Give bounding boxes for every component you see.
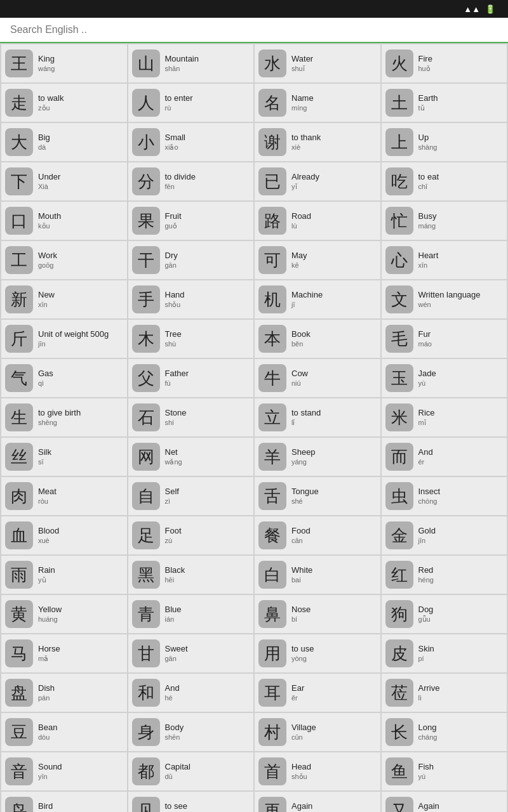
list-item[interactable]: 再Againzài	[255, 792, 380, 812]
list-item[interactable]: 大Bigdà	[1, 123, 127, 161]
pinyin-label: yīn	[38, 772, 62, 781]
list-item[interactable]: 本Bookběn	[255, 320, 380, 358]
english-label: Village	[291, 723, 316, 733]
list-item[interactable]: 首Headshǒu	[255, 752, 380, 790]
list-item[interactable]: 舌Tongueshé	[255, 477, 380, 515]
list-item[interactable]: 分to dividefēn	[128, 162, 254, 200]
list-item[interactable]: 米Ricemǐ	[382, 398, 507, 436]
list-item[interactable]: 水Watershuǐ	[255, 44, 380, 82]
list-item[interactable]: 金Goldjīn	[382, 516, 507, 554]
chinese-character: 米	[385, 403, 413, 431]
search-input[interactable]	[10, 24, 498, 36]
list-item[interactable]: 工Workgoōg	[1, 241, 127, 279]
list-item[interactable]: 身Bodyshēn	[128, 713, 254, 751]
list-item[interactable]: 耳Earěr	[255, 674, 380, 712]
list-item[interactable]: 机Machinejī	[255, 280, 380, 318]
list-item[interactable]: 父Fatherfù	[128, 359, 254, 397]
list-item[interactable]: 狗Doggǖu	[382, 595, 507, 633]
list-item[interactable]: 名Namemíng	[255, 84, 380, 122]
list-item[interactable]: 山Mountainshān	[128, 44, 254, 82]
list-item[interactable]: 走to walkzǒu	[1, 84, 127, 122]
list-item[interactable]: 肉Meatròu	[1, 477, 127, 515]
list-item[interactable]: 干Drygān	[128, 241, 254, 279]
list-item[interactable]: 木Treeshù	[128, 320, 254, 358]
list-item[interactable]: 和Andhé	[128, 674, 254, 712]
list-item[interactable]: 路Roadlù	[255, 202, 380, 240]
list-item[interactable]: 人to enterrù	[128, 84, 254, 122]
list-item[interactable]: 皮Skinpí	[382, 634, 507, 672]
list-item[interactable]: 鱼Fishyú	[382, 752, 507, 790]
list-item[interactable]: 白Whitebai	[255, 556, 380, 594]
list-item[interactable]: 莅Arrivelì	[382, 674, 507, 712]
list-item[interactable]: 石Stoneshí	[128, 398, 254, 436]
list-item[interactable]: 土Earthtǔ	[382, 84, 507, 122]
list-item[interactable]: 都Capitaldū	[128, 752, 254, 790]
list-item[interactable]: 谢to thankxiè	[255, 123, 380, 161]
english-label: Black	[165, 565, 185, 575]
list-item[interactable]: 玉Jadeyù	[382, 359, 507, 397]
english-label: Ear	[291, 683, 304, 693]
list-item[interactable]: 口Mouthkǒu	[1, 202, 127, 240]
list-item[interactable]: 血Bloodxuè	[1, 516, 127, 554]
chinese-character: 玉	[385, 364, 413, 392]
list-item[interactable]: 用to useyòng	[255, 634, 380, 672]
list-item[interactable]: 斤Unit of weight 500gjīn	[1, 320, 127, 358]
list-item[interactable]: 黄Yellowhuáng	[1, 595, 127, 633]
chinese-character: 丝	[5, 443, 33, 471]
list-item[interactable]: 音Soundyīn	[1, 752, 127, 790]
pinyin-label: zǒu	[38, 103, 64, 112]
pinyin-label: yú	[418, 772, 434, 781]
list-item[interactable]: 心Heartxīn	[382, 241, 507, 279]
list-item[interactable]: 气Gasqì	[1, 359, 127, 397]
list-item[interactable]: 黑Blackhēi	[128, 556, 254, 594]
list-item[interactable]: 牛Cowniú	[255, 359, 380, 397]
list-item[interactable]: 王Kingwáng	[1, 44, 127, 82]
list-item[interactable]: 又Againyòu	[382, 792, 507, 812]
list-item[interactable]: 豆Beandòu	[1, 713, 127, 751]
list-item[interactable]: 虫Insectchóng	[382, 477, 507, 515]
list-item[interactable]: 吃to eatchī	[382, 162, 507, 200]
pinyin-label: chī	[418, 182, 439, 191]
english-label: Fur	[418, 329, 432, 339]
english-label: And	[165, 683, 180, 693]
list-item[interactable]: 文Written languagewén	[382, 280, 507, 318]
chinese-character: 红	[385, 561, 413, 589]
chinese-character: 雨	[5, 561, 33, 589]
list-item[interactable]: 毛Furmáo	[382, 320, 507, 358]
list-item[interactable]: 鼻Nosebí	[255, 595, 380, 633]
list-item[interactable]: 雨Rainyǔ	[1, 556, 127, 594]
list-item[interactable]: 红Redhéng	[382, 556, 507, 594]
list-item[interactable]: 小Smallxiǎo	[128, 123, 254, 161]
list-item[interactable]: 已Alreadyyǐ	[255, 162, 380, 200]
list-item[interactable]: 而Andér	[382, 438, 507, 476]
list-item[interactable]: 足Footzú	[128, 516, 254, 554]
list-item[interactable]: 羊Sheepyáng	[255, 438, 380, 476]
chinese-character: 斤	[5, 325, 33, 353]
list-item[interactable]: 网Netwǎng	[128, 438, 254, 476]
list-item[interactable]: 见to seejiàn	[128, 792, 254, 812]
list-item[interactable]: 新Newxīn	[1, 280, 127, 318]
list-item[interactable]: 甘Sweetgān	[128, 634, 254, 672]
list-item[interactable]: 村Villagecūn	[255, 713, 380, 751]
list-item[interactable]: 果Fruitguǒ	[128, 202, 254, 240]
list-item[interactable]: 鸟Birdniǎo	[1, 792, 127, 812]
list-item[interactable]: 青Blueián	[128, 595, 254, 633]
list-item[interactable]: 自Selfzì	[128, 477, 254, 515]
list-item[interactable]: 可Maykē	[255, 241, 380, 279]
list-item[interactable]: 下UnderXià	[1, 162, 127, 200]
chinese-character: 身	[132, 718, 160, 746]
list-item[interactable]: 手Handshǒu	[128, 280, 254, 318]
list-item[interactable]: 立to standlǐ	[255, 398, 380, 436]
list-item[interactable]: 长Longcháng	[382, 713, 507, 751]
list-item[interactable]: 丝Silksī	[1, 438, 127, 476]
pinyin-label: hēi	[165, 575, 185, 584]
list-item[interactable]: 火Firehuǒ	[382, 44, 507, 82]
list-item[interactable]: 生to give birthshēng	[1, 398, 127, 436]
list-item[interactable]: 餐Foodcān	[255, 516, 380, 554]
list-item[interactable]: 上Upshàng	[382, 123, 507, 161]
list-item[interactable]: 忙Busymáng	[382, 202, 507, 240]
chinese-character: 石	[132, 403, 160, 431]
list-item[interactable]: 盘Dishpán	[1, 674, 127, 712]
list-item[interactable]: 马Horsemǎ	[1, 634, 127, 672]
pinyin-label: dòu	[38, 733, 57, 742]
